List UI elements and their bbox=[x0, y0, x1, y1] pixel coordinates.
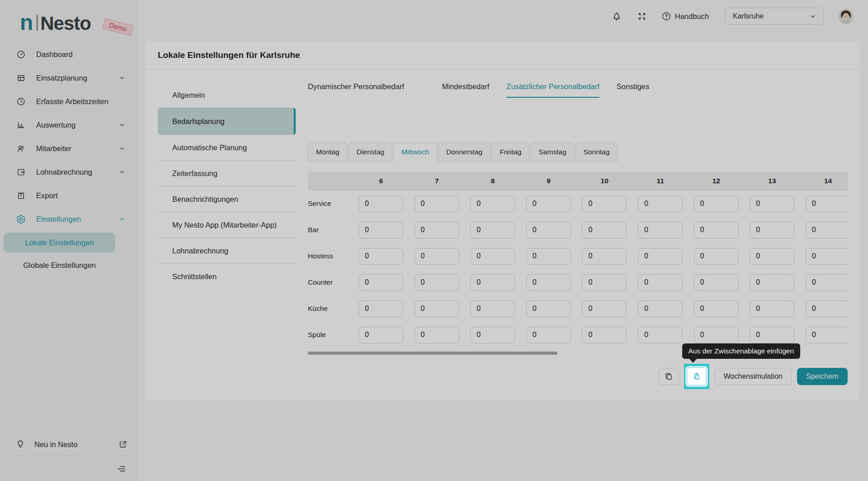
demand-input-counter-12[interactable] bbox=[694, 274, 739, 291]
demand-input-bar-12[interactable] bbox=[694, 222, 739, 238]
copy-to-clipboard-button[interactable] bbox=[658, 368, 679, 385]
paste-from-clipboard-button[interactable] bbox=[687, 367, 707, 386]
demand-input-bar-9[interactable] bbox=[526, 222, 571, 238]
sidebar-item-mitarbeiter[interactable]: Mitarbeiter bbox=[0, 137, 137, 160]
notifications-bell-icon[interactable] bbox=[611, 10, 623, 22]
day-tab-montag[interactable]: Montag bbox=[308, 143, 348, 162]
demand-input-bar-8[interactable] bbox=[470, 222, 515, 238]
day-tab-samstag[interactable]: Samstag bbox=[530, 143, 574, 162]
settings-nav-item-bedarfsplanung[interactable]: Bedarfsplanung bbox=[158, 108, 296, 135]
handbuch-link[interactable]: Handbuch bbox=[661, 11, 709, 21]
demand-input-hostess-6[interactable] bbox=[359, 248, 403, 265]
sidebar-item-erfasste-arbeitszeiten[interactable]: Erfasste Arbeitszeiten bbox=[0, 90, 137, 113]
demand-input-spüle-12[interactable] bbox=[694, 327, 739, 343]
settings-nav-item-automatische-planung[interactable]: Automatische Planung bbox=[158, 135, 296, 161]
demand-input-spüle-6[interactable] bbox=[359, 327, 403, 343]
sidebar-item-einstellungen[interactable]: Einstellungen bbox=[0, 207, 137, 231]
day-tab-mittwoch[interactable]: Mittwoch bbox=[393, 143, 437, 162]
day-tab-sonntag[interactable]: Sonntag bbox=[576, 143, 618, 162]
demand-input-service-8[interactable] bbox=[470, 195, 515, 212]
demand-input-service-6[interactable] bbox=[359, 195, 403, 212]
tab-sonstiges[interactable]: Sonstiges bbox=[617, 82, 649, 97]
demand-input-hostess-9[interactable] bbox=[526, 248, 571, 265]
demand-input-hostess-13[interactable] bbox=[750, 248, 794, 265]
demand-input-service-13[interactable] bbox=[750, 195, 794, 212]
demand-input-spüle-11[interactable] bbox=[638, 327, 683, 343]
tab-zus-tzlicher-personalbedarf[interactable]: Zusätzlicher Personalbedarf bbox=[506, 82, 599, 98]
sidebar-item-einsatzplanung[interactable]: Einsatzplanung bbox=[0, 66, 137, 90]
save-button[interactable]: Speichern bbox=[797, 368, 848, 385]
day-tab-donnerstag[interactable]: Donnerstag bbox=[438, 143, 491, 162]
demand-input-service-9[interactable] bbox=[526, 195, 571, 212]
day-tab-dienstag[interactable]: Dienstag bbox=[349, 143, 392, 162]
demand-input-bar-11[interactable] bbox=[638, 222, 683, 238]
app-root: n|Nesto Demo DashboardEinsatzplanungErfa… bbox=[0, 0, 868, 481]
settings-nav-item-allgemein[interactable]: Allgemein bbox=[158, 82, 296, 108]
demand-input-spüle-8[interactable] bbox=[470, 327, 515, 343]
user-avatar[interactable] bbox=[838, 9, 854, 24]
demand-input-küche-6[interactable] bbox=[359, 300, 403, 317]
demand-input-counter-6[interactable] bbox=[359, 274, 403, 291]
cell-counter-10 bbox=[582, 274, 638, 291]
demand-input-counter-9[interactable] bbox=[526, 274, 571, 291]
sidebar-item-auswertung[interactable]: Auswertung bbox=[0, 113, 137, 137]
demand-input-bar-7[interactable] bbox=[415, 222, 459, 238]
demand-input-küche-11[interactable] bbox=[638, 300, 683, 317]
demand-input-küche-8[interactable] bbox=[470, 300, 515, 317]
sidebar-item-neu-in-nesto[interactable]: Neu in Nesto bbox=[0, 433, 137, 456]
demand-input-küche-10[interactable] bbox=[582, 300, 627, 317]
day-tab-freitag[interactable]: Freitag bbox=[491, 143, 529, 162]
settings-nav-item-benachrichtigungen[interactable]: Benachrichtigungen bbox=[158, 186, 296, 212]
external-link-icon[interactable] bbox=[118, 440, 127, 449]
collapse-sidebar-icon[interactable] bbox=[117, 464, 127, 474]
demand-input-hostess-7[interactable] bbox=[415, 248, 459, 265]
demand-input-küche-14[interactable] bbox=[806, 300, 848, 317]
demand-input-counter-11[interactable] bbox=[638, 274, 683, 291]
demand-input-spüle-10[interactable] bbox=[582, 327, 627, 343]
sidebar-subitem-globale-einstellungen[interactable]: Globale Einstellungen bbox=[4, 255, 115, 275]
settings-nav-item-my-nesto-app-mitarbeiter-app-[interactable]: My Nesto App (Mitarbeiter-App) bbox=[158, 212, 296, 238]
demand-input-counter-10[interactable] bbox=[582, 274, 627, 291]
column-header-9: 9 bbox=[526, 177, 582, 185]
tab-mindestbedarf[interactable]: Mindestbedarf bbox=[442, 82, 490, 97]
cell-hostess-7 bbox=[415, 248, 471, 265]
demand-input-hostess-10[interactable] bbox=[582, 248, 627, 265]
demand-input-hostess-8[interactable] bbox=[470, 248, 515, 265]
demand-input-küche-13[interactable] bbox=[750, 300, 794, 317]
demand-input-spüle-14[interactable] bbox=[806, 327, 848, 343]
horizontal-scrollbar-thumb[interactable] bbox=[308, 352, 557, 355]
demand-input-hostess-14[interactable] bbox=[806, 248, 848, 265]
settings-nav-item-zeiterfassung[interactable]: Zeiterfassung bbox=[158, 161, 296, 186]
location-select[interactable]: Karlsruhe bbox=[724, 8, 824, 25]
demand-input-hostess-12[interactable] bbox=[694, 248, 739, 265]
demand-input-service-10[interactable] bbox=[582, 195, 627, 212]
demand-input-küche-7[interactable] bbox=[415, 300, 459, 317]
fullscreen-expand-icon[interactable] bbox=[636, 10, 648, 22]
demand-input-spüle-7[interactable] bbox=[415, 327, 459, 343]
demand-input-counter-14[interactable] bbox=[806, 274, 848, 291]
demand-input-spüle-9[interactable] bbox=[526, 327, 571, 343]
demand-input-spüle-13[interactable] bbox=[750, 327, 794, 343]
sidebar-item-export[interactable]: Export bbox=[0, 184, 137, 207]
sidebar-subitem-lokale-einstellungen[interactable]: Lokale Einstellungen bbox=[4, 233, 115, 252]
demand-input-counter-13[interactable] bbox=[750, 274, 794, 291]
demand-input-service-11[interactable] bbox=[638, 195, 683, 212]
demand-input-bar-14[interactable] bbox=[806, 222, 848, 238]
settings-nav-item-lohnabrechnung[interactable]: Lohnabrechnung bbox=[158, 238, 296, 264]
demand-input-service-14[interactable] bbox=[806, 195, 848, 212]
sidebar-item-dashboard[interactable]: Dashboard bbox=[0, 43, 137, 66]
demand-input-service-7[interactable] bbox=[415, 195, 459, 212]
demand-input-counter-8[interactable] bbox=[470, 274, 515, 291]
demand-input-bar-13[interactable] bbox=[750, 222, 794, 238]
demand-input-bar-6[interactable] bbox=[359, 222, 403, 238]
demand-input-counter-7[interactable] bbox=[415, 274, 459, 291]
demand-input-bar-10[interactable] bbox=[582, 222, 627, 238]
demand-input-service-12[interactable] bbox=[694, 195, 739, 212]
demand-input-küche-9[interactable] bbox=[526, 300, 571, 317]
tab-dynamischer-personalbedarf[interactable]: Dynamischer Personalbedarf bbox=[308, 82, 404, 97]
settings-nav-item-schnittstellen[interactable]: Schnittstellen bbox=[158, 264, 296, 289]
wochensimulation-button[interactable]: Wochensimulation bbox=[715, 368, 792, 385]
demand-input-küche-12[interactable] bbox=[694, 300, 739, 317]
demand-input-hostess-11[interactable] bbox=[638, 248, 683, 265]
sidebar-item-lohnabrechnung[interactable]: Lohnabrechnung bbox=[0, 160, 137, 184]
